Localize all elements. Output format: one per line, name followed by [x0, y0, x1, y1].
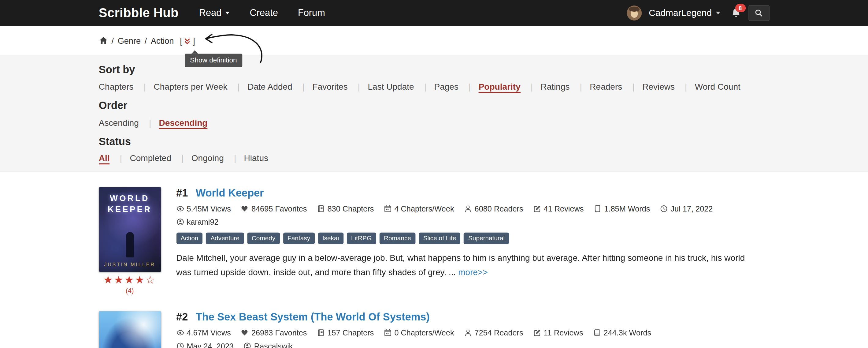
more-link[interactable]: more>> — [458, 267, 488, 277]
story-stats: 5.45M Views 84695 Favorites 830 Chapters… — [176, 204, 769, 213]
reviews-icon — [533, 329, 541, 337]
story-row: #2 The Sex Beast System (The World Of Sy… — [99, 311, 769, 348]
words-stat: 1.85M Words — [594, 204, 650, 213]
clock-icon — [176, 342, 184, 348]
filter-panel: Sort by Chapters Chapters per Week Date … — [0, 55, 868, 172]
rating-count: (4) — [99, 287, 161, 294]
favorites-stat: 84695 Favorites — [241, 204, 307, 213]
bracket-close: ] — [193, 36, 195, 45]
tag-isekai[interactable]: Isekai — [318, 233, 343, 244]
last-update-stat: Jul 17, 2022 — [660, 204, 713, 213]
heart-icon — [241, 205, 249, 213]
words-icon — [594, 205, 601, 213]
sort-option-word-count[interactable]: Word Count — [695, 82, 740, 91]
eye-icon — [176, 205, 184, 213]
order-option-descending[interactable]: Descending — [159, 118, 208, 128]
breadcrumb-genre[interactable]: Genre — [118, 36, 141, 45]
chapters-stat: 830 Chapters — [317, 204, 374, 213]
sort-option-popularity[interactable]: Popularity — [479, 82, 521, 93]
notifications-button[interactable]: 8 — [731, 8, 741, 18]
user-menu[interactable]: CadmarLegend — [649, 8, 720, 18]
story-main: #2 The Sex Beast System (The World Of Sy… — [176, 311, 769, 348]
breadcrumb: / Genre / Action [ ] Show definition — [99, 26, 769, 55]
story-cover[interactable]: WORLD KEEPER JUSTIN MILLER — [99, 187, 161, 272]
readers-stat: 6080 Readers — [464, 204, 523, 213]
readers-stat: 7254 Readers — [464, 328, 523, 337]
order-option-ascending[interactable]: Ascending — [99, 118, 139, 127]
avatar[interactable] — [627, 5, 642, 21]
sort-option-reviews[interactable]: Reviews — [642, 82, 675, 91]
tag-adventure[interactable]: Adventure — [206, 233, 244, 244]
tag-supernatural[interactable]: Supernatural — [464, 233, 509, 244]
story-stats: 4.67M Views 26983 Favorites 157 Chapters… — [176, 328, 769, 337]
story-title-link[interactable]: The Sex Beast System (The World Of Syste… — [196, 311, 430, 323]
heart-icon — [241, 329, 249, 337]
page: Scribble Hub Read Create Forum CadmarLeg… — [0, 0, 868, 348]
story-cover-column — [99, 311, 161, 348]
tag-action[interactable]: Action — [176, 233, 203, 244]
clock-icon — [660, 205, 668, 213]
order-options: Ascending Descending — [99, 117, 769, 128]
tag-litrpg[interactable]: LitRPG — [347, 233, 376, 244]
sort-option-readers[interactable]: Readers — [590, 82, 622, 91]
search-icon — [754, 9, 763, 17]
cover-title-text: WORLD KEEPER — [103, 193, 156, 214]
chevron-down-icon — [225, 11, 230, 14]
story-description: Dale Mitchell, your average guy in a bel… — [176, 251, 751, 280]
nav-item-create[interactable]: Create — [250, 7, 278, 18]
sort-option-last-update[interactable]: Last Update — [368, 82, 414, 91]
status-option-ongoing[interactable]: Ongoing — [191, 153, 224, 163]
author-link[interactable]: Rascalswik — [254, 342, 293, 348]
sort-option-chapters-per-week[interactable]: Chapters per Week — [154, 82, 227, 91]
tag-list: Action Adventure Comedy Fantasy Isekai L… — [176, 233, 769, 244]
home-icon[interactable] — [99, 36, 108, 45]
bracket-open: [ — [180, 36, 182, 45]
reviews-icon — [533, 205, 541, 213]
nav-user-area: CadmarLegend 8 — [627, 5, 769, 21]
order-heading: Order — [99, 99, 769, 112]
story-cover-column: WORLD KEEPER JUSTIN MILLER ★★★★☆ (4) — [99, 187, 161, 295]
sort-option-ratings[interactable]: Ratings — [541, 82, 570, 91]
sort-option-favorites[interactable]: Favorites — [312, 82, 347, 91]
story-author-row: May 24, 2023 Rascalswik — [176, 342, 769, 348]
status-option-all[interactable]: All — [99, 153, 110, 164]
story-title-link[interactable]: World Keeper — [196, 187, 264, 200]
story-main: #1 World Keeper 5.45M Views 84695 Favori… — [176, 187, 769, 295]
story-author-row: karami92 — [176, 218, 769, 227]
last-update-stat: May 24, 2023 — [176, 342, 234, 348]
breadcrumb-separator: / — [145, 36, 147, 45]
genre-definition-toggle[interactable]: [ ] — [180, 36, 195, 45]
brand-logo[interactable]: Scribble Hub — [99, 5, 179, 21]
reviews-stat: 11 Reviews — [533, 328, 583, 337]
chapters-per-week-stat: 4 Chapters/Week — [384, 204, 454, 213]
chapters-per-week-stat: 0 Chapters/Week — [384, 328, 454, 337]
top-navigation: Scribble Hub Read Create Forum CadmarLeg… — [0, 0, 868, 26]
star-rating: ★★★★☆ — [99, 275, 161, 285]
calendar-icon — [384, 205, 392, 213]
tag-fantasy[interactable]: Fantasy — [283, 233, 315, 244]
story-rank: #1 — [176, 187, 188, 200]
tag-comedy[interactable]: Comedy — [247, 233, 280, 244]
views-stat: 5.45M Views — [176, 204, 231, 213]
author-link[interactable]: karami92 — [187, 218, 218, 227]
chevron-down-icon — [716, 11, 720, 14]
tag-slice-of-life[interactable]: Slice of Life — [419, 233, 460, 244]
nav-item-read[interactable]: Read — [199, 7, 230, 18]
primary-nav: Read Create Forum — [199, 7, 325, 18]
tag-romance[interactable]: Romance — [379, 233, 415, 244]
reviews-stat: 41 Reviews — [533, 204, 584, 213]
sort-option-chapters[interactable]: Chapters — [99, 82, 134, 91]
sort-by-options: Chapters Chapters per Week Date Added Fa… — [99, 81, 769, 92]
breadcrumb-separator: / — [111, 36, 114, 45]
sort-option-date-added[interactable]: Date Added — [247, 82, 292, 91]
nav-item-forum[interactable]: Forum — [298, 7, 325, 18]
sort-option-pages[interactable]: Pages — [434, 82, 459, 91]
status-heading: Status — [99, 135, 769, 148]
words-stat: 244.3k Words — [593, 328, 651, 337]
status-option-hiatus[interactable]: Hiatus — [244, 153, 268, 163]
favorites-stat: 26983 Favorites — [241, 328, 307, 337]
story-cover[interactable] — [99, 311, 161, 348]
status-option-completed[interactable]: Completed — [130, 153, 171, 163]
search-button[interactable] — [748, 5, 769, 21]
book-icon — [317, 329, 324, 337]
